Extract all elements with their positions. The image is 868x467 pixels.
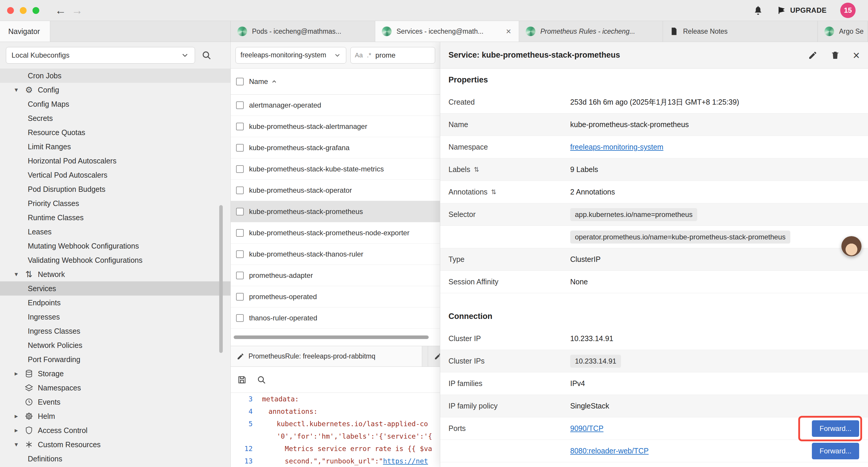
chevron-down-icon[interactable]: ▾: [12, 270, 20, 278]
port-link[interactable]: 9090/TCP: [570, 424, 603, 433]
sidebar-item-events[interactable]: Events: [0, 395, 230, 409]
name-column-header[interactable]: Name: [249, 78, 277, 86]
table-row[interactable]: thanos-ruler-operated: [231, 308, 440, 329]
table-row-selected[interactable]: kube-prometheus-stack-prometheus: [231, 201, 440, 222]
close-window-button[interactable]: [7, 7, 14, 14]
sidebar-search-icon[interactable]: [202, 50, 212, 60]
row-checkbox[interactable]: [236, 186, 244, 194]
namespace-select[interactable]: freeleaps-monitoring-system: [236, 47, 346, 63]
forward-button[interactable]: Forward...: [812, 420, 859, 437]
back-icon[interactable]: ←: [52, 5, 69, 16]
sidebar-item-definitions[interactable]: Definitions: [0, 451, 230, 466]
drawer-title: Service: kube-prometheus-stack-prometheu…: [448, 51, 808, 60]
chevron-right-icon[interactable]: ▸: [12, 427, 20, 434]
editor-search-icon[interactable]: [257, 375, 266, 384]
sidebar-item-priority-classes[interactable]: Priority Classes: [0, 196, 230, 210]
chevron-right-icon[interactable]: ▸: [12, 370, 20, 377]
sidebar-item-storage[interactable]: ▸ Storage: [0, 367, 230, 381]
sidebar-item-pod-disruption-budgets[interactable]: Pod Disruption Budgets: [0, 182, 230, 196]
table-row[interactable]: kube-prometheus-stack-prometheus-node-ex…: [231, 222, 440, 243]
tab-pods[interactable]: Pods - icecheng@mathmas...: [231, 21, 375, 42]
forward-button[interactable]: Forward...: [812, 443, 859, 459]
sidebar-item-config[interactable]: ▾ ⚙ Config: [0, 83, 230, 97]
tab-prometheus-rules[interactable]: Prometheus Rules - icecheng...: [519, 21, 663, 42]
row-checkbox[interactable]: [236, 272, 244, 279]
chevron-down-icon[interactable]: ▾: [12, 86, 20, 94]
user-avatar[interactable]: [841, 236, 862, 256]
sidebar-item-namespaces[interactable]: Namespaces: [0, 381, 230, 395]
kubeconfig-select[interactable]: Local Kubeconfigs: [6, 47, 195, 63]
close-tab-icon[interactable]: ×: [505, 26, 512, 36]
table-row[interactable]: kube-prometheus-stack-grafana: [231, 137, 440, 158]
sidebar-item-vertical-pod-autoscalers[interactable]: Vertical Pod Autoscalers: [0, 168, 230, 182]
yaml-editor[interactable]: 3metadata: 4annotations: 5kubectl.kubern…: [231, 393, 440, 467]
sidebar-item-horizontal-pod-autoscalers[interactable]: Horizontal Pod Autoscalers: [0, 154, 230, 168]
search-input[interactable]: [375, 51, 411, 59]
match-case-toggle[interactable]: Aa: [355, 52, 363, 59]
list-search-box[interactable]: Aa .*: [350, 47, 435, 63]
property-row-name: Name kube-prometheus-stack-prometheus: [440, 114, 868, 136]
sidebar-item-leases[interactable]: Leases: [0, 225, 230, 239]
sidebar-item-helm[interactable]: ▸ Helm: [0, 409, 230, 423]
edit-pencil-icon[interactable]: [808, 51, 817, 60]
port-link[interactable]: 8080:reloader-web/TCP: [570, 447, 649, 455]
sidebar-item-mutating-webhook-configurations[interactable]: Mutating Webhook Configurations: [0, 239, 230, 253]
save-icon[interactable]: [237, 375, 247, 384]
row-checkbox[interactable]: [236, 144, 244, 152]
row-checkbox[interactable]: [236, 293, 244, 300]
row-checkbox[interactable]: [236, 208, 244, 215]
sidebar-item-custom-resources[interactable]: ▾ Custom Resources: [0, 437, 230, 451]
regex-toggle[interactable]: .*: [367, 52, 371, 59]
sidebar-item-limit-ranges[interactable]: Limit Ranges: [0, 140, 230, 154]
sidebar-item-config-maps[interactable]: Config Maps: [0, 97, 230, 111]
tab-argo[interactable]: Argo Se: [818, 21, 868, 42]
sidebar-item-network-policies[interactable]: Network Policies: [0, 338, 230, 352]
sidebar-item-access-control[interactable]: ▸ Access Control: [0, 423, 230, 437]
table-row[interactable]: alertmanager-operated: [231, 95, 440, 116]
sidebar-item-validating-webhook-configurations[interactable]: Validating Webhook Configurations: [0, 253, 230, 267]
sidebar-scrollbar[interactable]: [219, 205, 223, 353]
tab-release-notes[interactable]: Release Notes: [663, 21, 818, 42]
row-checkbox[interactable]: [236, 314, 244, 322]
sidebar-item-network[interactable]: ▾ ⇅ Network: [0, 267, 230, 282]
select-all-checkbox[interactable]: [236, 78, 244, 85]
notification-count-badge[interactable]: 15: [840, 3, 856, 18]
expand-annotations-icon[interactable]: ⇅: [491, 188, 496, 196]
table-row[interactable]: kube-prometheus-stack-thanos-ruler: [231, 243, 440, 265]
table-row[interactable]: prometheus-operated: [231, 286, 440, 308]
sidebar-item-cron-jobs[interactable]: Cron Jobs: [0, 68, 230, 83]
sidebar-item-resource-quotas[interactable]: Resource Quotas: [0, 125, 230, 140]
row-checkbox[interactable]: [236, 229, 244, 237]
namespace-link[interactable]: freeleaps-monitoring-system: [570, 143, 663, 151]
sidebar-item-runtime-classes[interactable]: Runtime Classes: [0, 210, 230, 225]
sidebar-item-secrets[interactable]: Secrets: [0, 111, 230, 125]
forward-icon[interactable]: →: [69, 5, 85, 16]
upgrade-button[interactable]: UPGRADE: [777, 6, 827, 15]
horizontal-scrollbar[interactable]: [234, 335, 429, 339]
maximize-window-button[interactable]: [32, 7, 39, 14]
sidebar-item-endpoints[interactable]: Endpoints: [0, 296, 230, 310]
row-checkbox[interactable]: [236, 250, 244, 258]
row-checkbox[interactable]: [236, 101, 244, 109]
notifications-bell-icon[interactable]: [753, 5, 764, 16]
close-drawer-icon[interactable]: ×: [853, 49, 860, 61]
expand-labels-icon[interactable]: ⇅: [474, 166, 479, 174]
chevron-down-icon[interactable]: ▾: [12, 441, 20, 448]
delete-trash-icon[interactable]: [831, 51, 840, 60]
sidebar-item-ingresses[interactable]: Ingresses: [0, 310, 230, 324]
table-row[interactable]: kube-prometheus-stack-alertmanager: [231, 116, 440, 137]
tab-services[interactable]: Services - icecheng@math... ×: [375, 21, 519, 42]
table-row[interactable]: kube-prometheus-stack-operator: [231, 180, 440, 201]
table-row[interactable]: prometheus-adapter: [231, 265, 440, 286]
navigator-header-tab[interactable]: Navigator: [0, 21, 50, 42]
dock-tab-prometheusrule[interactable]: PrometheusRule: freeleaps-prod-rabbitmq: [231, 346, 422, 367]
table-row[interactable]: kube-prometheus-stack-kube-state-metrics: [231, 158, 440, 180]
sidebar-item-services[interactable]: Services: [0, 282, 230, 296]
dock-tab-partial[interactable]: [428, 346, 440, 367]
sidebar-item-ingress-classes[interactable]: Ingress Classes: [0, 324, 230, 338]
row-checkbox[interactable]: [236, 165, 244, 173]
row-checkbox[interactable]: [236, 123, 244, 130]
chevron-right-icon[interactable]: ▸: [12, 412, 20, 420]
sidebar-item-port-forwarding[interactable]: Port Forwarding: [0, 352, 230, 367]
minimize-window-button[interactable]: [20, 7, 27, 14]
